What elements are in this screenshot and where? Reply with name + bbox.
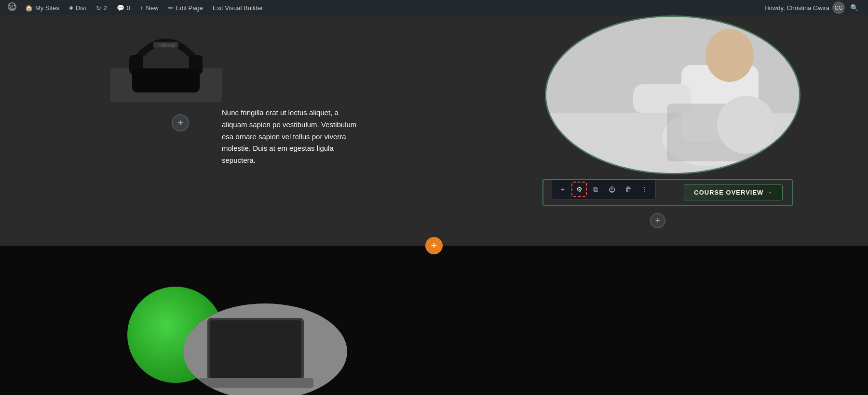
revisions-icon: ↻ <box>96 4 101 12</box>
comments-menu[interactable]: 💬 0 <box>112 0 135 15</box>
my-sites-label: My Sites <box>35 4 59 12</box>
add-icon: + <box>140 4 144 12</box>
edit-page-menu[interactable]: ✏ Edit Page <box>163 0 208 15</box>
body-text: Nunc fringilla erat ut lectus aliquet, a… <box>222 107 357 167</box>
bottom-section: ••• <box>0 246 868 395</box>
add-section-plus-icon: + <box>431 239 437 252</box>
exit-builder-btn[interactable]: Exit Visual Builder <box>208 0 268 15</box>
admin-bar: 🏠 My Sites ◈ Divi ↻ 2 💬 0 + New ✏ Edit P… <box>0 0 868 15</box>
new-menu[interactable]: + New <box>135 0 163 15</box>
add-row-plus-icon: + <box>655 216 661 226</box>
svg-point-13 <box>705 29 754 82</box>
add-module-left-button[interactable]: + <box>172 114 189 132</box>
avatar[interactable]: CG <box>832 1 845 14</box>
divi-label: Divi <box>76 4 86 12</box>
circular-image-bg <box>546 17 799 173</box>
divi-menu[interactable]: ◈ Divi <box>64 0 91 15</box>
revisions-count: 2 <box>104 4 107 12</box>
circular-image <box>545 15 800 174</box>
divi-icon: ◈ <box>69 4 73 11</box>
plus-icon: + <box>177 118 183 129</box>
search-icon[interactable]: 🔍 <box>848 1 860 14</box>
user-greeting: Howdy, Christina Gwira <box>764 4 829 12</box>
add-row-button[interactable]: + <box>650 213 665 228</box>
comments-count: 0 <box>127 4 130 12</box>
svg-rect-17 <box>210 320 301 378</box>
new-label: New <box>146 4 159 12</box>
gray-oval-decoration <box>183 303 347 395</box>
comments-icon: 💬 <box>117 4 124 12</box>
headphones-image: ThinkPad <box>110 15 222 102</box>
svg-rect-14 <box>667 104 763 161</box>
svg-text:ThinkPad: ThinkPad <box>157 43 175 48</box>
svg-rect-4 <box>189 55 203 74</box>
revisions-menu[interactable]: ↻ 2 <box>91 0 112 15</box>
course-overview-button[interactable]: COURSE OVERVIEW → <box>684 184 783 200</box>
course-btn-label: COURSE OVERVIEW → <box>694 189 773 196</box>
body-text-content: Nunc fringilla erat ut lectus aliquet, a… <box>222 108 356 164</box>
course-overview-module: COURSE OVERVIEW → <box>542 179 793 206</box>
home-icon: 🏠 <box>25 4 33 12</box>
wp-logo-icon[interactable] <box>4 2 20 13</box>
edit-icon: ✏ <box>168 4 174 12</box>
svg-rect-18 <box>198 378 313 388</box>
add-section-button[interactable]: + <box>425 237 443 254</box>
page-content: ThinkPad + Nunc fringilla erat ut lectus… <box>0 15 868 395</box>
svg-rect-2 <box>110 68 222 102</box>
exit-builder-label: Exit Visual Builder <box>213 4 263 12</box>
headphones-placeholder: ThinkPad <box>110 15 222 102</box>
admin-bar-right: Howdy, Christina Gwira CG 🔍 <box>764 1 864 14</box>
edit-page-label: Edit Page <box>176 4 203 12</box>
svg-rect-3 <box>129 55 143 74</box>
my-sites-menu[interactable]: 🏠 My Sites <box>20 0 64 15</box>
